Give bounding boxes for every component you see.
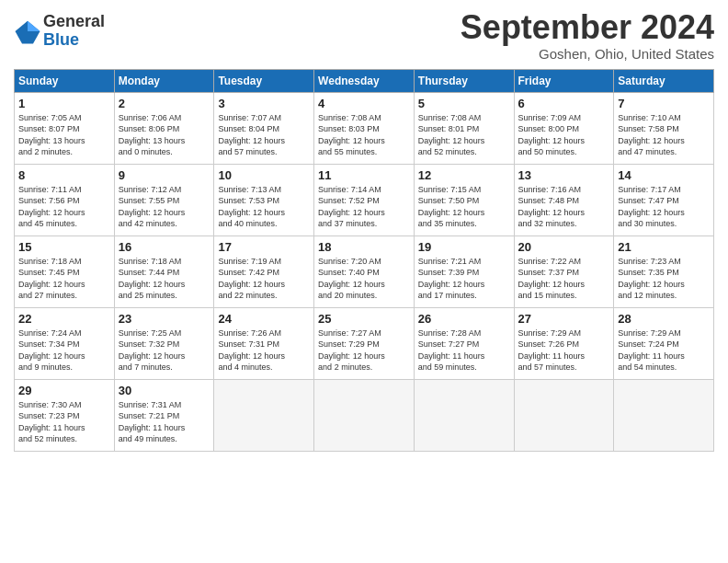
day-info: Sunrise: 7:06 AM Sunset: 8:06 PM Dayligh… (119, 112, 210, 158)
calendar-cell: 14Sunrise: 7:17 AM Sunset: 7:47 PM Dayli… (614, 164, 714, 236)
calendar-cell: 2Sunrise: 7:06 AM Sunset: 8:06 PM Daylig… (114, 92, 214, 164)
header-sunday: Sunday (15, 69, 115, 92)
calendar-cell: 3Sunrise: 7:07 AM Sunset: 8:04 PM Daylig… (214, 92, 314, 164)
day-info: Sunrise: 7:18 AM Sunset: 7:44 PM Dayligh… (119, 256, 210, 302)
day-info: Sunrise: 7:08 AM Sunset: 8:01 PM Dayligh… (418, 112, 510, 158)
day-info: Sunrise: 7:23 AM Sunset: 7:35 PM Dayligh… (618, 256, 710, 302)
day-number: 22 (18, 312, 110, 326)
week-row-4: 29Sunrise: 7:30 AM Sunset: 7:23 PM Dayli… (15, 379, 714, 451)
day-info: Sunrise: 7:14 AM Sunset: 7:52 PM Dayligh… (318, 184, 410, 230)
calendar-cell: 7Sunrise: 7:10 AM Sunset: 7:58 PM Daylig… (614, 92, 714, 164)
day-number: 30 (119, 384, 210, 397)
day-number: 24 (218, 312, 310, 326)
day-number: 17 (218, 240, 310, 254)
day-info: Sunrise: 7:30 AM Sunset: 7:23 PM Dayligh… (18, 399, 110, 445)
calendar-cell: 11Sunrise: 7:14 AM Sunset: 7:52 PM Dayli… (314, 164, 415, 236)
calendar-cell: 21Sunrise: 7:23 AM Sunset: 7:35 PM Dayli… (614, 236, 714, 307)
day-number: 8 (18, 168, 110, 182)
calendar-cell: 15Sunrise: 7:18 AM Sunset: 7:45 PM Dayli… (15, 236, 115, 307)
calendar-cell: 28Sunrise: 7:29 AM Sunset: 7:24 PM Dayli… (614, 307, 714, 379)
day-info: Sunrise: 7:07 AM Sunset: 8:04 PM Dayligh… (218, 112, 310, 158)
calendar-cell: 23Sunrise: 7:25 AM Sunset: 7:32 PM Dayli… (114, 307, 214, 379)
calendar-cell: 30Sunrise: 7:31 AM Sunset: 7:21 PM Dayli… (114, 379, 214, 451)
location: Goshen, Ohio, United States (461, 46, 714, 62)
week-row-2: 15Sunrise: 7:18 AM Sunset: 7:45 PM Dayli… (15, 236, 714, 307)
header-monday: Monday (114, 69, 214, 92)
day-number: 1 (18, 97, 110, 110)
calendar-cell: 8Sunrise: 7:11 AM Sunset: 7:56 PM Daylig… (15, 164, 115, 236)
calendar-cell: 22Sunrise: 7:24 AM Sunset: 7:34 PM Dayli… (15, 307, 115, 379)
day-info: Sunrise: 7:10 AM Sunset: 7:58 PM Dayligh… (618, 112, 710, 158)
day-info: Sunrise: 7:20 AM Sunset: 7:40 PM Dayligh… (318, 256, 410, 302)
calendar-cell: 6Sunrise: 7:09 AM Sunset: 8:00 PM Daylig… (514, 92, 614, 164)
day-info: Sunrise: 7:27 AM Sunset: 7:29 PM Dayligh… (318, 327, 410, 373)
header-row: SundayMondayTuesdayWednesdayThursdayFrid… (15, 69, 714, 92)
calendar-cell: 29Sunrise: 7:30 AM Sunset: 7:23 PM Dayli… (15, 379, 115, 451)
calendar-cell: 25Sunrise: 7:27 AM Sunset: 7:29 PM Dayli… (314, 307, 415, 379)
calendar-cell: 20Sunrise: 7:22 AM Sunset: 7:37 PM Dayli… (514, 236, 614, 307)
day-info: Sunrise: 7:31 AM Sunset: 7:21 PM Dayligh… (119, 399, 210, 445)
day-info: Sunrise: 7:09 AM Sunset: 8:00 PM Dayligh… (518, 112, 610, 158)
calendar-cell: 13Sunrise: 7:16 AM Sunset: 7:48 PM Dayli… (514, 164, 614, 236)
logo-text: General Blue (43, 13, 105, 50)
day-number: 12 (418, 168, 510, 182)
day-number: 27 (518, 312, 610, 326)
day-info: Sunrise: 7:08 AM Sunset: 8:03 PM Dayligh… (318, 112, 410, 158)
day-info: Sunrise: 7:29 AM Sunset: 7:24 PM Dayligh… (618, 327, 710, 373)
month-title: September 2024 (461, 9, 714, 46)
logo-blue: Blue (43, 31, 105, 50)
calendar-table: SundayMondayTuesdayWednesdayThursdayFrid… (14, 69, 714, 452)
day-number: 29 (18, 384, 110, 397)
day-number: 15 (18, 240, 110, 254)
week-row-3: 22Sunrise: 7:24 AM Sunset: 7:34 PM Dayli… (15, 307, 714, 379)
day-info: Sunrise: 7:18 AM Sunset: 7:45 PM Dayligh… (18, 256, 110, 302)
calendar-cell: 17Sunrise: 7:19 AM Sunset: 7:42 PM Dayli… (214, 236, 314, 307)
logo-general: General (43, 13, 105, 31)
day-number: 5 (418, 97, 510, 110)
calendar-cell (614, 379, 714, 451)
day-info: Sunrise: 7:24 AM Sunset: 7:34 PM Dayligh… (18, 327, 110, 373)
day-number: 13 (518, 168, 610, 182)
calendar-cell: 16Sunrise: 7:18 AM Sunset: 7:44 PM Dayli… (114, 236, 214, 307)
calendar-cell: 19Sunrise: 7:21 AM Sunset: 7:39 PM Dayli… (414, 236, 514, 307)
day-number: 28 (618, 312, 710, 326)
header-thursday: Thursday (414, 69, 514, 92)
header-area: General Blue September 2024 Goshen, Ohio… (14, 9, 714, 62)
calendar-cell: 27Sunrise: 7:29 AM Sunset: 7:26 PM Dayli… (514, 307, 614, 379)
calendar-cell: 26Sunrise: 7:28 AM Sunset: 7:27 PM Dayli… (414, 307, 514, 379)
day-number: 11 (318, 168, 410, 182)
logo-icon (14, 17, 41, 45)
calendar-cell: 4Sunrise: 7:08 AM Sunset: 8:03 PM Daylig… (314, 92, 415, 164)
main-container: General Blue September 2024 Goshen, Ohio… (0, 0, 728, 461)
header-wednesday: Wednesday (314, 69, 415, 92)
day-number: 26 (418, 312, 510, 326)
day-info: Sunrise: 7:29 AM Sunset: 7:26 PM Dayligh… (518, 327, 610, 373)
day-info: Sunrise: 7:13 AM Sunset: 7:53 PM Dayligh… (218, 184, 310, 230)
logo: General Blue (14, 13, 105, 50)
day-info: Sunrise: 7:17 AM Sunset: 7:47 PM Dayligh… (618, 184, 710, 230)
header-tuesday: Tuesday (214, 69, 314, 92)
day-number: 23 (119, 312, 210, 326)
calendar-cell: 24Sunrise: 7:26 AM Sunset: 7:31 PM Dayli… (214, 307, 314, 379)
week-row-0: 1Sunrise: 7:05 AM Sunset: 8:07 PM Daylig… (15, 92, 714, 164)
day-number: 9 (119, 168, 210, 182)
day-info: Sunrise: 7:25 AM Sunset: 7:32 PM Dayligh… (119, 327, 210, 373)
calendar-cell: 12Sunrise: 7:15 AM Sunset: 7:50 PM Dayli… (414, 164, 514, 236)
calendar-cell: 5Sunrise: 7:08 AM Sunset: 8:01 PM Daylig… (414, 92, 514, 164)
day-info: Sunrise: 7:26 AM Sunset: 7:31 PM Dayligh… (218, 327, 310, 373)
day-info: Sunrise: 7:28 AM Sunset: 7:27 PM Dayligh… (418, 327, 510, 373)
day-number: 2 (119, 97, 210, 110)
week-row-1: 8Sunrise: 7:11 AM Sunset: 7:56 PM Daylig… (15, 164, 714, 236)
day-number: 14 (618, 168, 710, 182)
calendar-cell (414, 379, 514, 451)
day-number: 10 (218, 168, 310, 182)
day-number: 21 (618, 240, 710, 254)
day-number: 19 (418, 240, 510, 254)
calendar-cell (314, 379, 415, 451)
title-area: September 2024 Goshen, Ohio, United Stat… (461, 9, 714, 62)
calendar-cell: 9Sunrise: 7:12 AM Sunset: 7:55 PM Daylig… (114, 164, 214, 236)
day-info: Sunrise: 7:21 AM Sunset: 7:39 PM Dayligh… (418, 256, 510, 302)
day-number: 25 (318, 312, 410, 326)
day-number: 6 (518, 97, 610, 110)
calendar-cell (514, 379, 614, 451)
